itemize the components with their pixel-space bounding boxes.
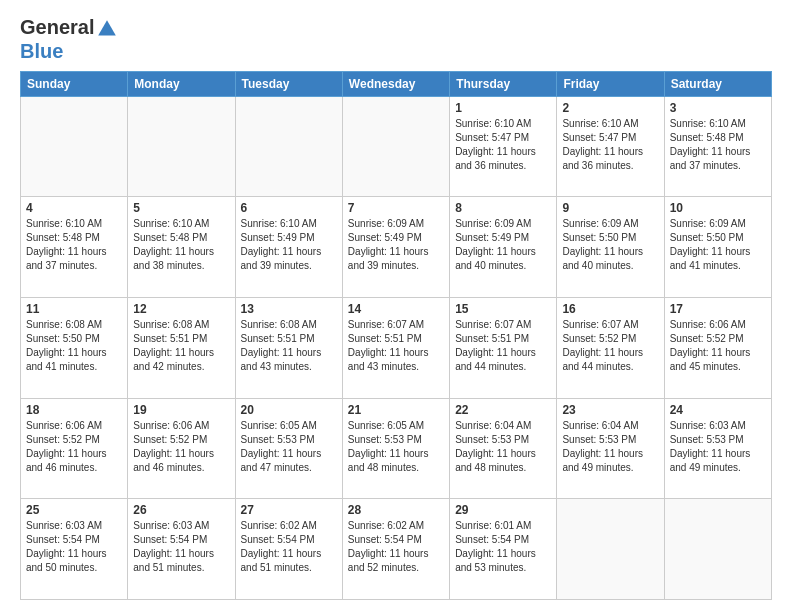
calendar-cell: 17Sunrise: 6:06 AMSunset: 5:52 PMDayligh… (664, 298, 771, 399)
calendar-cell (21, 96, 128, 197)
day-info: Sunrise: 6:05 AMSunset: 5:53 PMDaylight:… (348, 419, 444, 475)
day-number: 21 (348, 403, 444, 417)
calendar-cell: 10Sunrise: 6:09 AMSunset: 5:50 PMDayligh… (664, 197, 771, 298)
weekday-header-wednesday: Wednesday (342, 71, 449, 96)
calendar-cell: 16Sunrise: 6:07 AMSunset: 5:52 PMDayligh… (557, 298, 664, 399)
calendar-cell: 4Sunrise: 6:10 AMSunset: 5:48 PMDaylight… (21, 197, 128, 298)
day-info: Sunrise: 6:02 AMSunset: 5:54 PMDaylight:… (241, 519, 337, 575)
week-row-3: 18Sunrise: 6:06 AMSunset: 5:52 PMDayligh… (21, 398, 772, 499)
calendar-cell: 13Sunrise: 6:08 AMSunset: 5:51 PMDayligh… (235, 298, 342, 399)
weekday-header-row: SundayMondayTuesdayWednesdayThursdayFrid… (21, 71, 772, 96)
calendar-cell: 9Sunrise: 6:09 AMSunset: 5:50 PMDaylight… (557, 197, 664, 298)
week-row-0: 1Sunrise: 6:10 AMSunset: 5:47 PMDaylight… (21, 96, 772, 197)
page: General Blue SundayMondayTuesdayWednesda… (0, 0, 792, 612)
logo-text: General (20, 16, 118, 40)
day-number: 24 (670, 403, 766, 417)
day-number: 6 (241, 201, 337, 215)
day-number: 16 (562, 302, 658, 316)
day-number: 14 (348, 302, 444, 316)
day-info: Sunrise: 6:03 AMSunset: 5:54 PMDaylight:… (26, 519, 122, 575)
day-number: 20 (241, 403, 337, 417)
day-info: Sunrise: 6:04 AMSunset: 5:53 PMDaylight:… (562, 419, 658, 475)
day-info: Sunrise: 6:09 AMSunset: 5:49 PMDaylight:… (348, 217, 444, 273)
day-info: Sunrise: 6:08 AMSunset: 5:51 PMDaylight:… (133, 318, 229, 374)
day-info: Sunrise: 6:10 AMSunset: 5:47 PMDaylight:… (562, 117, 658, 173)
calendar-cell: 6Sunrise: 6:10 AMSunset: 5:49 PMDaylight… (235, 197, 342, 298)
day-number: 9 (562, 201, 658, 215)
day-info: Sunrise: 6:06 AMSunset: 5:52 PMDaylight:… (26, 419, 122, 475)
day-info: Sunrise: 6:05 AMSunset: 5:53 PMDaylight:… (241, 419, 337, 475)
week-row-4: 25Sunrise: 6:03 AMSunset: 5:54 PMDayligh… (21, 499, 772, 600)
day-info: Sunrise: 6:04 AMSunset: 5:53 PMDaylight:… (455, 419, 551, 475)
week-row-2: 11Sunrise: 6:08 AMSunset: 5:50 PMDayligh… (21, 298, 772, 399)
day-number: 8 (455, 201, 551, 215)
day-info: Sunrise: 6:10 AMSunset: 5:48 PMDaylight:… (133, 217, 229, 273)
day-number: 3 (670, 101, 766, 115)
weekday-header-friday: Friday (557, 71, 664, 96)
day-number: 28 (348, 503, 444, 517)
calendar-cell: 24Sunrise: 6:03 AMSunset: 5:53 PMDayligh… (664, 398, 771, 499)
calendar-cell: 2Sunrise: 6:10 AMSunset: 5:47 PMDaylight… (557, 96, 664, 197)
logo: General Blue (20, 16, 118, 63)
day-number: 26 (133, 503, 229, 517)
day-info: Sunrise: 6:06 AMSunset: 5:52 PMDaylight:… (133, 419, 229, 475)
day-info: Sunrise: 6:10 AMSunset: 5:49 PMDaylight:… (241, 217, 337, 273)
day-number: 29 (455, 503, 551, 517)
day-info: Sunrise: 6:10 AMSunset: 5:48 PMDaylight:… (670, 117, 766, 173)
calendar-cell: 20Sunrise: 6:05 AMSunset: 5:53 PMDayligh… (235, 398, 342, 499)
calendar-cell: 19Sunrise: 6:06 AMSunset: 5:52 PMDayligh… (128, 398, 235, 499)
calendar-cell: 27Sunrise: 6:02 AMSunset: 5:54 PMDayligh… (235, 499, 342, 600)
calendar-cell: 28Sunrise: 6:02 AMSunset: 5:54 PMDayligh… (342, 499, 449, 600)
day-info: Sunrise: 6:07 AMSunset: 5:51 PMDaylight:… (455, 318, 551, 374)
day-info: Sunrise: 6:08 AMSunset: 5:50 PMDaylight:… (26, 318, 122, 374)
day-info: Sunrise: 6:07 AMSunset: 5:52 PMDaylight:… (562, 318, 658, 374)
day-number: 1 (455, 101, 551, 115)
day-info: Sunrise: 6:08 AMSunset: 5:51 PMDaylight:… (241, 318, 337, 374)
logo-blue: Blue (20, 40, 118, 63)
calendar-cell: 3Sunrise: 6:10 AMSunset: 5:48 PMDaylight… (664, 96, 771, 197)
weekday-header-thursday: Thursday (450, 71, 557, 96)
calendar-cell: 1Sunrise: 6:10 AMSunset: 5:47 PMDaylight… (450, 96, 557, 197)
calendar-cell: 8Sunrise: 6:09 AMSunset: 5:49 PMDaylight… (450, 197, 557, 298)
day-number: 17 (670, 302, 766, 316)
day-number: 15 (455, 302, 551, 316)
calendar-cell (128, 96, 235, 197)
day-number: 13 (241, 302, 337, 316)
day-info: Sunrise: 6:06 AMSunset: 5:52 PMDaylight:… (670, 318, 766, 374)
calendar-cell: 5Sunrise: 6:10 AMSunset: 5:48 PMDaylight… (128, 197, 235, 298)
calendar-cell: 14Sunrise: 6:07 AMSunset: 5:51 PMDayligh… (342, 298, 449, 399)
day-info: Sunrise: 6:09 AMSunset: 5:50 PMDaylight:… (562, 217, 658, 273)
day-number: 12 (133, 302, 229, 316)
day-info: Sunrise: 6:01 AMSunset: 5:54 PMDaylight:… (455, 519, 551, 575)
day-number: 7 (348, 201, 444, 215)
calendar-cell: 11Sunrise: 6:08 AMSunset: 5:50 PMDayligh… (21, 298, 128, 399)
calendar-cell (342, 96, 449, 197)
week-row-1: 4Sunrise: 6:10 AMSunset: 5:48 PMDaylight… (21, 197, 772, 298)
day-number: 23 (562, 403, 658, 417)
calendar-cell: 7Sunrise: 6:09 AMSunset: 5:49 PMDaylight… (342, 197, 449, 298)
day-number: 27 (241, 503, 337, 517)
calendar-cell: 29Sunrise: 6:01 AMSunset: 5:54 PMDayligh… (450, 499, 557, 600)
day-number: 25 (26, 503, 122, 517)
calendar-cell: 21Sunrise: 6:05 AMSunset: 5:53 PMDayligh… (342, 398, 449, 499)
svg-marker-0 (99, 20, 117, 35)
calendar-cell (664, 499, 771, 600)
day-info: Sunrise: 6:02 AMSunset: 5:54 PMDaylight:… (348, 519, 444, 575)
day-number: 18 (26, 403, 122, 417)
weekday-header-monday: Monday (128, 71, 235, 96)
calendar-cell: 23Sunrise: 6:04 AMSunset: 5:53 PMDayligh… (557, 398, 664, 499)
weekday-header-tuesday: Tuesday (235, 71, 342, 96)
calendar-table: SundayMondayTuesdayWednesdayThursdayFrid… (20, 71, 772, 600)
day-number: 22 (455, 403, 551, 417)
calendar-cell: 12Sunrise: 6:08 AMSunset: 5:51 PMDayligh… (128, 298, 235, 399)
calendar-cell: 25Sunrise: 6:03 AMSunset: 5:54 PMDayligh… (21, 499, 128, 600)
day-info: Sunrise: 6:03 AMSunset: 5:54 PMDaylight:… (133, 519, 229, 575)
day-info: Sunrise: 6:10 AMSunset: 5:47 PMDaylight:… (455, 117, 551, 173)
header: General Blue (20, 16, 772, 63)
day-number: 10 (670, 201, 766, 215)
day-number: 11 (26, 302, 122, 316)
day-number: 19 (133, 403, 229, 417)
logo-icon (96, 18, 118, 40)
day-info: Sunrise: 6:07 AMSunset: 5:51 PMDaylight:… (348, 318, 444, 374)
weekday-header-saturday: Saturday (664, 71, 771, 96)
